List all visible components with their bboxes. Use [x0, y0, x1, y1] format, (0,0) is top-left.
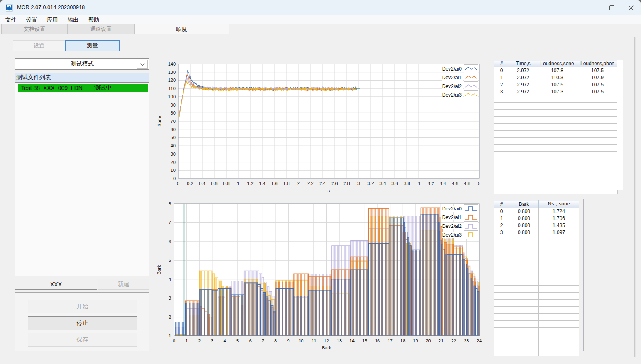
table-cell [494, 278, 509, 286]
table-cell[interactable]: 3 [494, 229, 509, 236]
column-header[interactable]: Loudness,phon [577, 60, 618, 67]
table-row[interactable]: 32.972107.3107.5 [494, 88, 618, 95]
table-row[interactable]: 12.972110.3107.9 [494, 74, 618, 81]
svg-text:4.4: 4.4 [440, 181, 446, 186]
table-cell [577, 159, 618, 166]
table-cell [537, 152, 577, 159]
column-header[interactable]: Loudness,sone [537, 60, 577, 67]
table-cell[interactable]: 107.8 [537, 67, 577, 74]
table-cell[interactable]: 3 [494, 88, 509, 95]
table-cell[interactable]: 1 [494, 215, 509, 222]
table-row[interactable]: 00.8001.724 [494, 208, 579, 215]
table-row[interactable]: 20.8001.435 [494, 222, 579, 229]
svg-text:4.2: 4.2 [428, 181, 434, 186]
table-scrollbar[interactable] [617, 60, 623, 190]
table-cell[interactable]: 2 [494, 81, 509, 88]
menu-output[interactable]: 输出 [63, 15, 83, 24]
maximize-icon [609, 5, 614, 10]
table-header-row: #Time,sLoudness,soneLoudness,phon [494, 60, 618, 67]
legend-label: Dev2/ai2 [442, 83, 463, 89]
table-cell[interactable]: 0.800 [509, 215, 539, 222]
column-header[interactable]: Bark [509, 200, 539, 208]
table-cell [509, 166, 537, 173]
svg-text:0: 0 [177, 181, 179, 186]
table-cell [509, 95, 537, 103]
dropdown-arrow-box[interactable] [137, 60, 148, 69]
table-cell[interactable]: 1 [494, 74, 509, 81]
svg-text:2: 2 [198, 338, 201, 343]
loudness-time-chart-panel: 010203040506070809010011012013014000.20.… [154, 59, 486, 192]
maximize-button[interactable] [602, 0, 621, 15]
test-mode-select[interactable]: 测试模式 [15, 58, 149, 70]
tab-channel-settings[interactable]: 通道设置 [68, 24, 134, 34]
table-row[interactable]: 22.972107.5107.5 [494, 81, 618, 88]
column-header[interactable]: Ns，sone [539, 200, 579, 208]
table-cell[interactable]: 107.5 [537, 81, 577, 88]
table-cell[interactable]: 0.800 [509, 222, 539, 229]
tab-document-settings[interactable]: 文档设置 [1, 24, 68, 34]
table-cell[interactable]: 107.3 [537, 88, 577, 95]
minimize-button[interactable] [583, 0, 602, 15]
svg-text:1.6: 1.6 [271, 181, 277, 186]
table-cell [494, 349, 509, 356]
table-cell[interactable]: 107.5 [577, 67, 618, 74]
table-cell[interactable]: 107.5 [577, 81, 618, 88]
list-item[interactable]: Test 88_XXX_009_LDN 测试中 [18, 84, 148, 92]
table-cell [494, 166, 509, 173]
xxx-button[interactable]: XXX [15, 279, 97, 290]
table-row [494, 250, 579, 257]
close-button[interactable] [621, 0, 641, 15]
table-cell [509, 124, 537, 131]
svg-text:2: 2 [169, 315, 171, 320]
menu-apply[interactable]: 应用 [42, 15, 63, 24]
table-row[interactable]: 30.8001.097 [494, 229, 579, 236]
app-icon [6, 4, 13, 12]
table-cell[interactable]: 0 [494, 67, 509, 74]
table-row[interactable]: 10.8001.706 [494, 215, 579, 222]
table-cell[interactable]: 2 [494, 222, 509, 229]
table-cell[interactable]: 1.724 [539, 208, 579, 215]
column-header[interactable]: # [494, 200, 509, 208]
menu-help[interactable]: 帮助 [83, 15, 104, 24]
table-cell [494, 286, 509, 293]
svg-text:12: 12 [324, 338, 329, 343]
table-cell [509, 159, 537, 166]
bark-table-panel: #BarkNs，sone00.8001.72410.8001.70620.800… [492, 199, 584, 351]
column-header[interactable]: Time,s [509, 60, 537, 67]
table-cell [577, 117, 618, 124]
table-cell [577, 187, 618, 194]
tab-loudness[interactable]: 响度 [134, 24, 229, 34]
table-row[interactable]: 02.972107.8107.5 [494, 67, 618, 74]
table-cell[interactable]: 1.435 [539, 222, 579, 229]
svg-text:1: 1 [186, 338, 188, 343]
table-cell[interactable]: 2.972 [509, 74, 537, 81]
table-cell[interactable]: 0.800 [509, 208, 539, 215]
histogram-series-icon [464, 230, 478, 239]
table-cell[interactable]: 0 [494, 208, 509, 215]
table-cell [494, 293, 509, 300]
table-cell[interactable]: 2.972 [509, 81, 537, 88]
menu-settings[interactable]: 设置 [21, 15, 42, 24]
line-series-icon [464, 73, 478, 82]
test-file-list[interactable]: Test 88_XXX_009_LDN 测试中 [15, 82, 149, 276]
column-header[interactable]: # [494, 60, 509, 67]
table-cell[interactable]: 107.5 [577, 88, 618, 95]
table-cell[interactable]: 107.9 [577, 74, 618, 81]
table-cell[interactable]: 1.097 [539, 229, 579, 236]
svg-text:7: 7 [169, 220, 171, 225]
subtab-measure-button[interactable]: 测量 [65, 40, 120, 51]
stop-button[interactable]: 停止 [28, 316, 137, 330]
svg-text:4: 4 [223, 338, 226, 343]
table-cell [509, 271, 539, 278]
table-cell [509, 321, 539, 328]
table-cell[interactable]: 1.706 [539, 215, 579, 222]
table-cell[interactable]: 0.800 [509, 229, 539, 236]
svg-text:5: 5 [478, 181, 480, 186]
table-cell [577, 145, 618, 152]
menu-file[interactable]: 文件 [0, 15, 21, 24]
subtab-settings-button[interactable]: 设置 [13, 40, 65, 51]
table-cell [539, 349, 579, 356]
table-cell[interactable]: 110.3 [537, 74, 577, 81]
table-cell[interactable]: 2.972 [509, 88, 537, 95]
table-cell[interactable]: 2.972 [509, 67, 537, 74]
